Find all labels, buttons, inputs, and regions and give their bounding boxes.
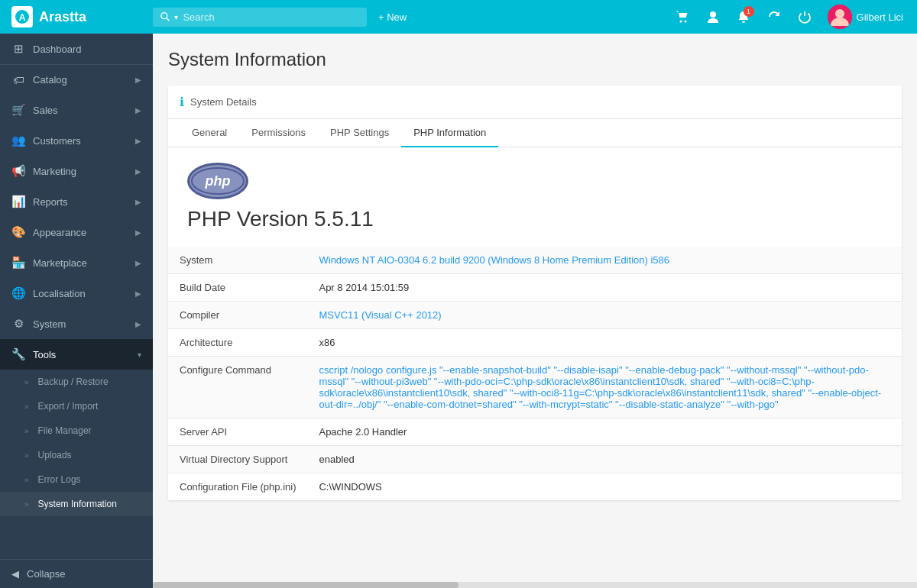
sidebar-item-customers[interactable]: 👥 Customers ▶ xyxy=(0,125,153,156)
sidebar-label-appearance: Appearance xyxy=(33,227,86,238)
brand-icon: A xyxy=(11,6,33,27)
svg-text:A: A xyxy=(19,12,26,23)
sub-arrow-icon: » xyxy=(24,378,29,386)
php-oval: php xyxy=(187,163,248,199)
chevron-right-icon: ▶ xyxy=(135,76,141,84)
chevron-right-icon: ▶ xyxy=(135,228,141,237)
reports-icon: 📊 xyxy=(11,195,25,208)
info-value: MSVC11 (Visual C++ 2012) xyxy=(307,302,902,329)
tab-general[interactable]: General xyxy=(180,119,239,147)
sub-arrow-icon: » xyxy=(24,427,29,435)
scrollbar-thumb[interactable] xyxy=(153,582,458,588)
sub-arrow-icon: » xyxy=(24,500,29,509)
cart-icon[interactable] xyxy=(669,3,696,31)
sidebar-item-dashboard[interactable]: ⊞ Dashboard xyxy=(0,34,153,64)
chevron-right-icon: ▶ xyxy=(135,198,141,206)
sidebar-label-marketing: Marketing xyxy=(33,166,76,177)
sales-icon: 🛒 xyxy=(11,103,25,117)
tabs-container: General Permissions PHP Settings PHP Inf… xyxy=(168,119,902,147)
sidebar-subitem-backup-restore[interactable]: » Backup / Restore xyxy=(0,370,153,394)
sidebar-label-marketplace: Marketplace xyxy=(33,257,87,269)
sidebar-subitem-uploads[interactable]: » Uploads xyxy=(0,443,153,467)
sidebar-label-reports: Reports xyxy=(33,196,68,208)
sidebar-label-customers: Customers xyxy=(33,135,81,147)
user-name: Gilbert Lici xyxy=(857,11,903,23)
user-icon[interactable] xyxy=(699,3,727,31)
refresh-icon[interactable] xyxy=(760,3,788,31)
php-banner: php PHP Version 5.5.11 xyxy=(168,147,902,247)
sidebar-label-sales: Sales xyxy=(33,105,58,116)
tab-php-information[interactable]: PHP Information xyxy=(401,119,498,147)
sidebar-item-sales[interactable]: 🛒 Sales ▶ xyxy=(0,95,153,125)
info-key: Server API xyxy=(168,418,307,446)
sidebar-item-appearance[interactable]: 🎨 Appearance ▶ xyxy=(0,217,153,247)
chevron-right-icon: ▶ xyxy=(135,289,141,298)
chevron-right-icon: ▶ xyxy=(135,137,141,145)
info-icon: ℹ xyxy=(180,95,184,109)
info-key: System xyxy=(168,247,307,274)
sidebar-item-marketing[interactable]: 📢 Marketing ▶ xyxy=(0,156,153,186)
sidebar-subitem-error-logs[interactable]: » Error Logs xyxy=(0,467,153,492)
tab-php-settings[interactable]: PHP Settings xyxy=(318,119,401,147)
table-row: Build DateApr 8 2014 15:01:59 xyxy=(168,274,902,302)
table-row: Virtual Directory Supportenabled xyxy=(168,446,902,473)
info-value: Windows NT AIO-0304 6.2 build 9200 (Wind… xyxy=(307,247,902,274)
sidebar-sublabel-uploads: Uploads xyxy=(38,450,72,460)
main-layout: ⊞ Dashboard 🏷 Catalog ▶ 🛒 Sales ▶ 👥 Cust… xyxy=(0,34,917,588)
sidebar-subitem-export-import[interactable]: » Export / Import xyxy=(0,394,153,418)
info-value: enabled xyxy=(307,446,902,473)
topbar: A Arastta ▾ + New xyxy=(0,0,917,34)
info-value: C:\WINDOWS xyxy=(307,473,902,501)
info-key: Configure Command xyxy=(168,357,307,418)
sidebar-label-tools: Tools xyxy=(33,349,56,360)
info-key: Build Date xyxy=(168,274,307,302)
info-value: Apache 2.0 Handler xyxy=(307,418,902,446)
scrollbar[interactable] xyxy=(153,582,917,588)
sidebar: ⊞ Dashboard 🏷 Catalog ▶ 🛒 Sales ▶ 👥 Cust… xyxy=(0,34,153,588)
svg-line-3 xyxy=(167,18,170,21)
sidebar-item-reports[interactable]: 📊 Reports ▶ xyxy=(0,186,153,217)
power-icon[interactable] xyxy=(791,3,818,31)
sidebar-item-tools[interactable]: 🔧 Tools ▾ xyxy=(0,339,153,370)
search-dropdown-arrow[interactable]: ▾ xyxy=(174,13,178,21)
avatar xyxy=(828,5,852,29)
sidebar-subitem-system-information[interactable]: » System Information xyxy=(0,492,153,516)
svg-text:php: php xyxy=(205,173,231,189)
dashboard-icon: ⊞ xyxy=(11,42,25,56)
sidebar-label-localisation: Localisation xyxy=(33,288,86,299)
sidebar-sublabel-errorlogs: Error Logs xyxy=(38,474,81,485)
brand-name: Arastta xyxy=(39,9,86,25)
sidebar-item-localisation[interactable]: 🌐 Localisation ▶ xyxy=(0,278,153,309)
chevron-right-icon: ▶ xyxy=(135,320,141,328)
new-button[interactable]: + New xyxy=(378,11,407,23)
user-profile[interactable]: Gilbert Lici xyxy=(821,5,909,29)
sub-arrow-icon: » xyxy=(24,402,29,411)
tab-permissions[interactable]: Permissions xyxy=(239,119,318,147)
sidebar-subitem-file-manager[interactable]: » File Manager xyxy=(0,418,153,443)
collapse-icon: ◀ xyxy=(11,568,19,580)
table-row: SystemWindows NT AIO-0304 6.2 build 9200… xyxy=(168,247,902,274)
notifications-icon[interactable]: 1 xyxy=(730,3,757,31)
tools-icon: 🔧 xyxy=(11,347,25,361)
sidebar-collapse[interactable]: ◀ Collapse xyxy=(0,559,153,588)
svg-point-8 xyxy=(835,9,844,18)
appearance-icon: 🎨 xyxy=(11,225,25,239)
content-area: System Information ℹ System Details Gene… xyxy=(153,34,917,588)
sidebar-item-system[interactable]: ⚙ System ▶ xyxy=(0,309,153,339)
sidebar-item-marketplace[interactable]: 🏪 Marketplace ▶ xyxy=(0,247,153,278)
sidebar-label-dashboard: Dashboard xyxy=(33,44,82,55)
page-title: System Information xyxy=(168,49,902,70)
sidebar-item-catalog[interactable]: 🏷 Catalog ▶ xyxy=(0,64,153,95)
svg-point-6 xyxy=(710,11,716,18)
search-box[interactable]: ▾ xyxy=(153,8,367,27)
marketing-icon: 📢 xyxy=(11,164,25,178)
topbar-actions: 1 Gilbert Lici xyxy=(669,3,917,31)
chevron-right-icon: ▶ xyxy=(135,167,141,176)
search-input[interactable] xyxy=(183,11,359,23)
card-header: ℹ System Details xyxy=(168,86,902,119)
info-key: Configuration File (php.ini) xyxy=(168,473,307,501)
svg-point-5 xyxy=(684,21,686,23)
sub-arrow-icon: » xyxy=(24,451,29,460)
table-row: Server APIApache 2.0 Handler xyxy=(168,418,902,446)
search-icon xyxy=(160,11,170,22)
